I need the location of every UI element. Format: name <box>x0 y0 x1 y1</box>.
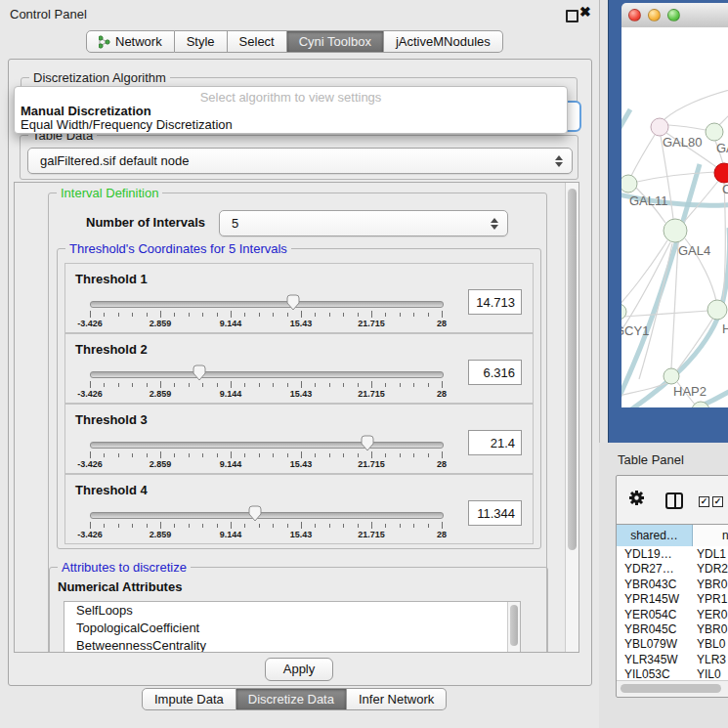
GAL11-node[interactable] <box>621 175 637 193</box>
network-edge[interactable] <box>664 88 728 119</box>
attribute-item[interactable]: SelfLoops <box>64 602 520 620</box>
table-row[interactable]: YBL079WYBL0 <box>617 636 728 651</box>
attributes-wrapper: Attributes to discretize Numerical Attri… <box>49 567 546 653</box>
dropdown-placeholder-item[interactable]: Select algorithm to view settings <box>15 90 567 105</box>
red-node[interactable] <box>714 163 728 183</box>
table-row[interactable]: YBR043CYBR0 <box>617 577 728 591</box>
cell-shared-name: YER054C <box>624 608 676 621</box>
table-data-combobox[interactable]: galFiltered.sif default node <box>27 148 573 174</box>
stepper-arrows-icon <box>555 155 563 167</box>
combobox-value: 5 <box>232 211 238 236</box>
tab-style[interactable]: Style <box>175 30 228 53</box>
slider-tick <box>189 383 190 387</box>
threshold-panel-2: Threshold 2-3.4262.8599.14415.4321.71528… <box>64 333 534 404</box>
group-title: Threshold's Coordinates for 5 Intervals <box>65 241 291 256</box>
table-row[interactable]: YBR045CYBR0 <box>617 621 728 636</box>
tab-discretize-data[interactable]: Discretize Data <box>236 688 347 710</box>
right-node[interactable] <box>707 300 727 320</box>
network-edge[interactable] <box>677 318 713 370</box>
attribute-item[interactable]: TopologicalCoefficient <box>64 620 520 637</box>
slider-tick-label: 15.43 <box>279 319 322 328</box>
table-row[interactable]: YLR345WYLR3 <box>617 652 728 666</box>
tab-network[interactable]: Network <box>86 30 175 53</box>
apply-button[interactable]: Apply <box>265 658 333 681</box>
number-of-intervals-combobox[interactable]: 5 <box>219 210 508 236</box>
tab-impute-data[interactable]: Impute Data <box>142 688 236 710</box>
table-row[interactable]: YDL19…YDL1 <box>617 546 728 561</box>
GAL80-node[interactable] <box>651 118 668 136</box>
network-graph[interactable]: GAL80GACGAL11GAL4GCY1HHAP2 <box>621 27 728 407</box>
threshold-value-field[interactable]: 14.713 <box>468 289 522 315</box>
network-canvas[interactable]: GAL80GACGAL11GAL4GCY1HHAP2 <box>621 27 728 407</box>
tab-cyni-toolbox[interactable]: Cyni Toolbox <box>287 30 384 53</box>
slider-tick <box>413 453 414 457</box>
network-edge[interactable] <box>631 135 655 176</box>
cyni-mode-tab-bar: Impute DataDiscretize DataInfer Network <box>142 688 447 710</box>
column-header-name[interactable]: n <box>693 525 728 547</box>
table-horizontal-scrollbar[interactable] <box>617 680 728 696</box>
slider-tick <box>287 313 288 317</box>
combobox-value: galFiltered.sif default node <box>40 149 189 173</box>
slider-tick-label: 15.43 <box>279 459 322 469</box>
slider-track[interactable] <box>90 301 444 308</box>
table-row[interactable]: YER054CYER0 <box>617 607 728 621</box>
minimize-traffic-light-icon[interactable] <box>648 9 661 21</box>
cell-shared-name: YDR27… <box>624 562 674 576</box>
close-icon[interactable]: ✖ <box>579 4 591 20</box>
network-edge-thick[interactable] <box>720 228 728 312</box>
control-panel: Control Panel ✖ NetworkStyleSelectCyni T… <box>0 0 600 728</box>
select-columns-icon[interactable]: ✓ <box>699 496 709 507</box>
close-traffic-light-icon[interactable] <box>628 9 641 21</box>
group-title: Discretization Algorithm <box>29 70 170 85</box>
network-window-titlebar[interactable] <box>621 3 728 28</box>
threshold-value-field[interactable]: 21.4 <box>468 430 522 455</box>
select-all-columns-icon[interactable]: ✓ <box>712 496 723 507</box>
slider-tick <box>273 313 274 317</box>
attribute-item[interactable]: BetweennessCentrality <box>64 637 520 653</box>
numerical-attributes-list[interactable]: SelfLoopsTopologicalCoefficientBetweenne… <box>64 601 521 653</box>
node-label-hap2: HAP2 <box>673 384 707 399</box>
network-edge[interactable] <box>719 107 728 125</box>
dropdown-item-2[interactable]: Equal Width/Frequency Discretization <box>21 117 233 132</box>
tab-select[interactable]: Select <box>228 30 287 53</box>
tab-label: jActiveMNodules <box>396 31 491 52</box>
slider-thumb[interactable] <box>361 435 374 451</box>
network-edge[interactable] <box>668 125 706 130</box>
table-row[interactable]: YDR27…YDR2 <box>617 561 728 576</box>
network-edge-thick[interactable] <box>621 109 630 140</box>
tab-label: Impute Data <box>154 689 224 709</box>
slider-tick <box>132 453 133 457</box>
table-row[interactable]: YPR145WYPR1 <box>617 591 728 606</box>
tab-jactivemnodules[interactable]: jActiveMNodules <box>384 30 503 53</box>
GCY1-node[interactable] <box>621 304 626 320</box>
network-window[interactable]: GAL80GACGAL11GAL4GCY1HHAP2 <box>608 0 728 443</box>
list-scrollbar[interactable] <box>507 602 520 653</box>
slider-tick-label: 9.144 <box>209 319 252 328</box>
network-edge[interactable] <box>637 172 715 182</box>
gear-icon[interactable] <box>628 490 645 506</box>
network-edge[interactable] <box>623 311 708 317</box>
column-header-shared-name[interactable]: shared… <box>617 525 693 547</box>
top-right-node[interactable] <box>706 123 723 141</box>
HAP2-node[interactable] <box>664 368 679 384</box>
settings-scrollbar[interactable] <box>565 183 578 652</box>
slider-track[interactable] <box>90 371 444 378</box>
slider-track[interactable] <box>90 512 444 519</box>
scrollbar-thumb[interactable] <box>568 189 577 550</box>
zoom-traffic-light-icon[interactable] <box>667 9 680 21</box>
split-table-icon[interactable] <box>665 492 683 509</box>
slider-tick <box>104 453 105 457</box>
float-window-icon[interactable] <box>566 10 578 22</box>
GAL4-node[interactable] <box>664 219 687 242</box>
slider-thumb[interactable] <box>193 364 206 381</box>
dropdown-item-1[interactable]: Manual Discretization <box>21 104 151 118</box>
table-row[interactable]: YIL053CYIL0 <box>617 666 728 680</box>
slider-thumb[interactable] <box>286 294 300 311</box>
slider-tick <box>442 522 443 529</box>
slider-track[interactable] <box>90 442 444 449</box>
tab-infer-network[interactable]: Infer Network <box>347 688 447 710</box>
threshold-value-field[interactable]: 6.316 <box>468 360 522 385</box>
scrollbar-thumb[interactable] <box>621 684 721 693</box>
slider-thumb[interactable] <box>248 505 262 522</box>
threshold-value-field[interactable]: 11.344 <box>468 500 522 526</box>
